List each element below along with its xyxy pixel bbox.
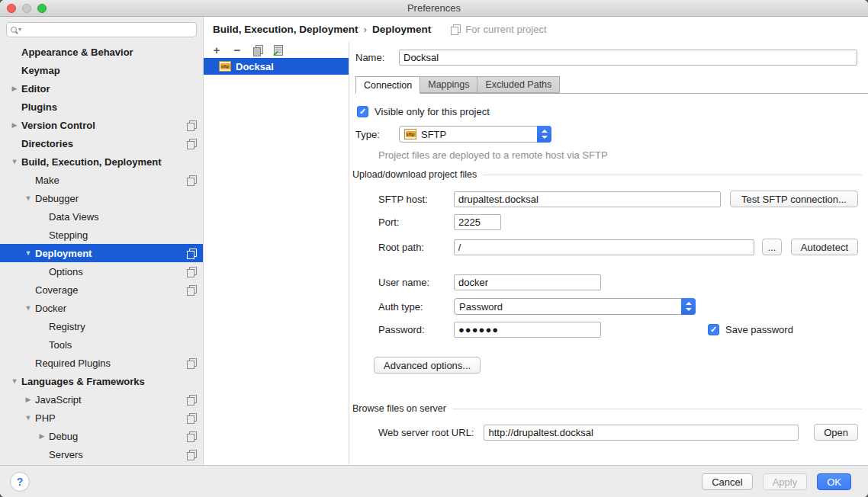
sidebar-item-label: Keymap <box>21 65 197 76</box>
autodetect-button[interactable]: Autodetect <box>791 239 858 255</box>
chevron-down-icon[interactable]: ▼ <box>21 194 35 202</box>
search-input[interactable] <box>23 24 192 35</box>
sidebar-item-debug[interactable]: ▶Debug <box>0 427 203 445</box>
tab-excluded-paths[interactable]: Excluded Paths <box>477 76 560 93</box>
deployment-form: Name: ConnectionMappingsExcluded Paths ✓… <box>349 42 868 465</box>
web-root-input[interactable] <box>484 425 799 441</box>
sidebar-item-label: Debug <box>49 431 187 442</box>
sidebar-item-label: Servers <box>49 449 187 460</box>
chevron-down-icon[interactable]: ▼ <box>8 377 21 385</box>
sidebar-item-plugins[interactable]: Plugins <box>0 98 203 116</box>
sidebar-item-options[interactable]: Options <box>0 262 203 281</box>
chevron-right-icon[interactable]: ▶ <box>21 396 35 403</box>
browse-section-title: Browse files on server <box>352 403 446 414</box>
sidebar-item-label: PHP <box>35 412 187 424</box>
browse-root-path-button[interactable]: ... <box>762 239 782 255</box>
page-header: Build, Execution, Deployment › Deploymen… <box>204 17 868 42</box>
zoom-window-button[interactable] <box>37 4 47 13</box>
sidebar-item-label: Data Views <box>49 211 197 223</box>
project-icon <box>187 358 197 368</box>
open-url-button[interactable]: Open <box>814 424 858 441</box>
server-item-docksal[interactable]: sftpDocksal <box>204 58 349 75</box>
root-path-input[interactable] <box>454 239 754 255</box>
breadcrumb-parent[interactable]: Build, Execution, Deployment <box>213 24 358 35</box>
sidebar-item-tools[interactable]: Tools <box>0 335 203 354</box>
server-list-panel: +− sftpDocksal <box>204 42 349 465</box>
sidebar-item-php[interactable]: ▼PHP <box>0 409 203 427</box>
port-input[interactable] <box>454 214 501 230</box>
project-icon <box>187 450 197 460</box>
sidebar-item-languages-frameworks[interactable]: ▼Languages & Frameworks <box>0 372 203 390</box>
copy-icon <box>253 45 263 56</box>
chevron-down-icon[interactable]: ▼ <box>21 304 35 312</box>
chevron-right-icon[interactable]: ▶ <box>35 432 49 440</box>
sidebar-item-build-execution-deployment[interactable]: ▼Build, Execution, Deployment <box>0 152 203 171</box>
name-input[interactable] <box>399 50 857 66</box>
sidebar-item-label: Debugger <box>35 193 197 204</box>
sftp-host-input[interactable] <box>454 191 721 207</box>
save-password-checkbox[interactable]: ✓ <box>708 324 719 335</box>
window-title: Preferences <box>407 2 461 14</box>
settings-search-field[interactable]: ▾ <box>6 22 197 37</box>
name-label: Name: <box>355 52 399 63</box>
save-password-label: Save password <box>725 324 793 335</box>
sidebar-item-docker[interactable]: ▼Docker <box>0 299 203 317</box>
sidebar-item-label: Deployment <box>35 248 187 259</box>
user-name-input[interactable] <box>454 274 601 290</box>
help-button[interactable]: ? <box>10 472 30 492</box>
sidebar-item-deployment[interactable]: ▼Deployment <box>0 244 203 262</box>
chevron-down-icon[interactable]: ▼ <box>21 249 35 257</box>
sidebar-item-data-views[interactable]: Data Views <box>0 207 203 226</box>
sidebar-item-required-plugins[interactable]: Required Plugins <box>0 354 203 372</box>
upload-section-title: Upload/download project files <box>352 169 477 180</box>
sidebar-item-label: Coverage <box>35 284 187 296</box>
title-bar: Preferences <box>0 0 868 17</box>
chevron-right-icon[interactable]: ▶ <box>8 85 21 92</box>
auth-type-select[interactable]: Password <box>454 298 696 315</box>
tab-bar: ConnectionMappingsExcluded Paths <box>355 76 868 94</box>
visible-only-label: Visible only for this project <box>375 106 490 117</box>
copy-server-button[interactable] <box>251 43 265 57</box>
use-as-default-button[interactable] <box>272 43 285 57</box>
user-name-label: User name: <box>378 277 454 288</box>
tab-mappings[interactable]: Mappings <box>420 76 477 93</box>
sidebar-item-javascript[interactable]: ▶JavaScript <box>0 390 203 409</box>
cancel-button[interactable]: Cancel <box>702 473 752 490</box>
sidebar-item-registry[interactable]: Registry <box>0 317 203 335</box>
chevron-down-icon[interactable]: ▼ <box>8 158 21 165</box>
web-root-label: Web server root URL: <box>378 427 484 438</box>
sidebar-item-debugger[interactable]: ▼Debugger <box>0 189 203 207</box>
sidebar-item-editor[interactable]: ▶Editor <box>0 79 203 98</box>
sidebar-item-keymap[interactable]: Keymap <box>0 61 203 79</box>
sidebar-item-directories[interactable]: Directories <box>0 134 203 152</box>
sidebar-item-servers[interactable]: Servers <box>0 445 203 463</box>
advanced-options-button[interactable]: Advanced options... <box>374 357 481 374</box>
search-options-caret-icon[interactable]: ▾ <box>18 27 21 33</box>
search-icon <box>11 27 17 33</box>
close-window-button[interactable] <box>7 4 16 13</box>
sidebar-item-coverage[interactable]: Coverage <box>0 281 203 299</box>
sidebar-item-label: JavaScript <box>35 394 187 406</box>
scope-label: For current project <box>465 24 546 35</box>
chevron-right-icon[interactable]: ▶ <box>8 121 21 129</box>
sidebar-item-appearance-behavior[interactable]: Appearance & Behavior <box>0 43 203 61</box>
sidebar-item-make[interactable]: Make <box>0 171 203 189</box>
sidebar-item-stepping[interactable]: Stepping <box>0 226 203 244</box>
tab-connection[interactable]: Connection <box>355 76 420 94</box>
server-list: sftpDocksal <box>204 58 349 75</box>
root-path-label: Root path: <box>378 242 454 253</box>
type-select[interactable]: sftp SFTP <box>399 126 551 143</box>
ok-button[interactable]: OK <box>817 473 851 490</box>
sidebar-item-label: Make <box>35 175 187 186</box>
test-sftp-connection-button[interactable]: Test SFTP connection... <box>730 191 858 207</box>
visible-only-checkbox[interactable]: ✓ <box>357 106 368 117</box>
project-icon <box>187 139 197 149</box>
remove-server-button[interactable]: − <box>230 43 244 57</box>
password-input[interactable] <box>454 322 601 338</box>
sftp-file-icon: sftp <box>404 129 416 139</box>
sidebar-item-version-control[interactable]: ▶Version Control <box>0 116 203 134</box>
sidebar-item-label: Editor <box>21 83 197 95</box>
chevron-down-icon[interactable]: ▼ <box>21 414 35 422</box>
project-icon <box>187 285 197 295</box>
add-server-button[interactable]: + <box>210 43 223 57</box>
